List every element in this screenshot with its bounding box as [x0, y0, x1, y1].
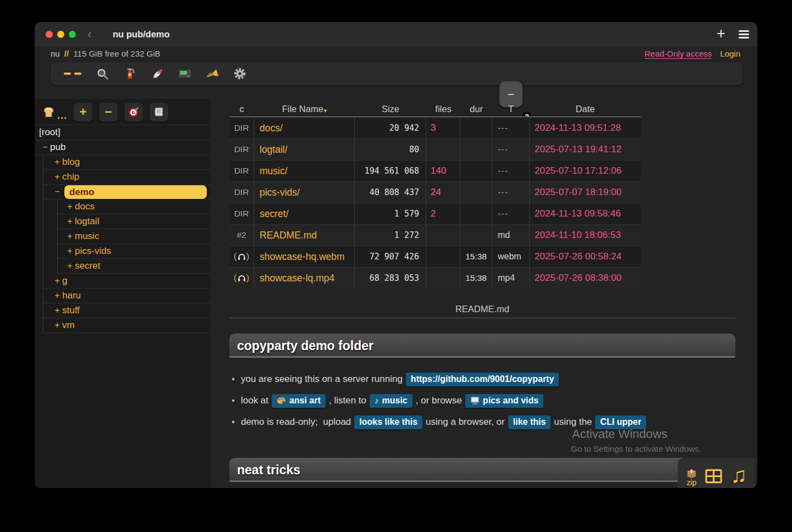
music-note-icon: ♪	[375, 396, 379, 405]
tree-item-blog[interactable]: + blog	[43, 155, 211, 170]
table-row: #2 README.md 1 272 md 2024-11-10 18:06:5…	[229, 224, 641, 246]
readme-heading-1: copyparty demo folder	[229, 334, 735, 358]
readme-doc-label: README.md	[229, 304, 735, 314]
github-repo-link[interactable]: https://github.com/9001/copyparty	[406, 373, 559, 386]
music-folder-link[interactable]: ♪ music	[370, 394, 413, 408]
col-header-filename[interactable]: File Name▾	[254, 102, 355, 117]
menu-button[interactable]	[739, 30, 749, 40]
grid-view-button[interactable]	[705, 468, 723, 486]
minimize-window-button[interactable]	[57, 31, 64, 38]
window-titlebar: ‹ nu pub/demo +	[35, 22, 757, 47]
headphones-icon	[238, 253, 246, 261]
storage-free-text: 115 GiB free of 232 GiB	[73, 49, 160, 58]
search-icon[interactable]	[96, 67, 109, 80]
package-zip-icon	[686, 468, 697, 478]
trumpet-icon[interactable]	[206, 67, 219, 80]
pager-icon[interactable]: 550-3271	[178, 67, 191, 80]
tree-item-docs[interactable]: + docs	[58, 199, 211, 214]
activate-windows-watermark: Activate Windows	[572, 427, 668, 441]
tree-grow-button[interactable]: +	[74, 103, 92, 121]
file-tree-sidebar: ... + − [root] − pub + blog	[35, 99, 211, 488]
file-list-header: c File Name▾ Size files dur T Date	[229, 102, 641, 117]
tree-item-g[interactable]: + g	[43, 274, 211, 289]
browser-window: ‹ nu pub/demo + nu // 115 GiB free of 23…	[35, 22, 757, 488]
rocket-icon[interactable]	[151, 67, 164, 80]
file-link[interactable]: logtail/	[254, 139, 355, 160]
tree-item-logtail[interactable]: + logtail	[58, 214, 211, 229]
file-link[interactable]: secret/	[254, 203, 355, 224]
breadcrumb-host-link[interactable]: nu	[51, 49, 60, 58]
pics-and-vids-link[interactable]: pics and vids	[465, 394, 543, 408]
fire-extinguisher-icon[interactable]	[123, 67, 136, 80]
tree-item-vm[interactable]: + vm	[43, 318, 211, 333]
grid-view-icon	[705, 468, 723, 484]
col-header-date[interactable]: Date	[530, 102, 641, 117]
file-link[interactable]: music/	[254, 160, 355, 181]
download-zip-button[interactable]: zip	[686, 468, 697, 486]
gear-icon[interactable]	[233, 67, 246, 80]
col-header-t[interactable]: T	[492, 102, 530, 117]
sort-caret-icon: ▾	[324, 107, 327, 114]
scroll-to-playing-button[interactable]	[124, 103, 143, 121]
tree-item-stuff[interactable]: + stuff	[43, 303, 211, 318]
table-row: DIR logtail/ 80 --- 2025-07-13 19:41:12	[229, 138, 641, 160]
file-link[interactable]: docs/	[254, 118, 355, 138]
file-link[interactable]: showcase-hq.webm	[254, 246, 355, 267]
tree-item-pics-vids[interactable]: + pics-vids	[58, 244, 211, 259]
main-toolbar: 550-3271	[51, 62, 743, 85]
table-row: DIR docs/ 20 942 3 --- 2024-11-13 09:51:…	[229, 117, 641, 138]
tree-item-pub[interactable]: − pub	[35, 140, 211, 155]
file-list-table: c File Name▾ Size files dur T Date DIR d…	[229, 102, 641, 289]
document-scroll-icon	[153, 106, 165, 118]
collapse-dashes-icon[interactable]	[64, 73, 81, 75]
page-title: nu pub/demo	[113, 22, 170, 47]
col-header-size[interactable]: Size	[355, 102, 426, 117]
new-tab-button[interactable]: +	[717, 25, 725, 42]
audio-player-button[interactable]: ♫	[730, 463, 747, 486]
top-strip: nu // 115 GiB free of 232 GiB Read-Only …	[35, 47, 757, 62]
col-header-dur[interactable]: dur	[460, 102, 492, 117]
readme-bullet-2: look at ansi art , listen to ♪ music , o…	[232, 394, 743, 408]
breadcrumb-toggle-button[interactable]: ...	[41, 105, 67, 119]
breadcrumb: nu // 115 GiB free of 232 GiB	[51, 49, 161, 58]
tree-item-music[interactable]: + music	[58, 229, 211, 244]
table-row: DIR secret/ 1 579 2 --- 2024-11-13 09:58…	[229, 203, 641, 224]
col-header-files[interactable]: files	[426, 102, 460, 117]
target-dart-icon	[128, 106, 140, 118]
palette-icon	[277, 397, 286, 404]
tree-item-root[interactable]: [root]	[35, 125, 211, 140]
access-level-link[interactable]: Read-Only access	[645, 49, 712, 59]
table-row: ( ) showcase-lq.mp4 68 283 053 15:38 mp4…	[229, 267, 641, 289]
file-link[interactable]: README.md	[254, 225, 355, 246]
monitor-icon	[470, 396, 480, 404]
file-link[interactable]: showcase-lq.mp4	[254, 268, 355, 289]
tree-item-secret[interactable]: + secret	[58, 259, 211, 274]
close-window-button[interactable]	[46, 31, 53, 38]
bread-icon	[41, 105, 56, 119]
breadcrumb-dots: ...	[57, 112, 67, 119]
ansi-art-link[interactable]: ansi art	[272, 394, 326, 408]
selected-folder-pill[interactable]: demo	[64, 185, 207, 199]
activate-windows-subtext: Go to Settings to activate Windows.	[571, 444, 701, 453]
upload-browser-demo-link[interactable]: looks like this	[354, 415, 422, 429]
tree-item-chip[interactable]: + chip	[43, 170, 211, 185]
readme-heading-2: neat tricks	[229, 458, 735, 482]
svg-text:550-3271: 550-3271	[181, 71, 191, 74]
directory-tree: [root] − pub + blog + chip − demo	[35, 125, 211, 333]
col-header-c[interactable]: c	[229, 102, 254, 117]
table-row: ( ) showcase-hq.webm 72 907 426 15:38 we…	[229, 246, 641, 267]
table-row: DIR pics-vids/ 40 808 437 24 --- 2025-07…	[229, 181, 641, 203]
upload-cli-demo-link[interactable]: like this	[508, 415, 551, 429]
login-link[interactable]: Login	[720, 49, 740, 59]
doc-viewer-button[interactable]	[150, 103, 168, 121]
headphones-icon	[238, 274, 246, 282]
breadcrumb-separator: //	[64, 49, 69, 58]
back-button[interactable]: ‹	[87, 26, 92, 42]
file-link[interactable]: pics-vids/	[254, 182, 355, 203]
tree-item-haru[interactable]: + haru	[43, 289, 211, 303]
divider	[229, 318, 735, 318]
zoom-window-button[interactable]	[69, 31, 76, 38]
tree-item-demo-selected[interactable]: − demo	[43, 185, 211, 199]
tree-shrink-button[interactable]: −	[99, 103, 118, 121]
bottom-action-widget: zip ♫	[678, 458, 755, 488]
